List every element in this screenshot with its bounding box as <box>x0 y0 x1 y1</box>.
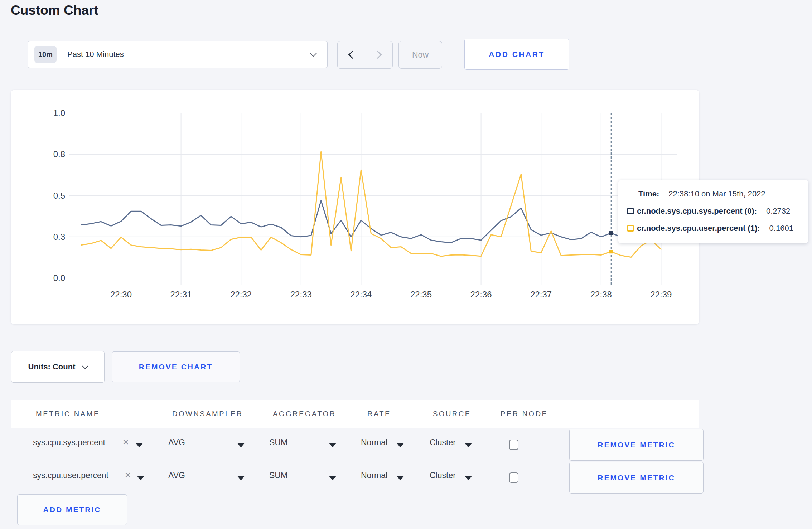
clear-metric-icon[interactable]: ✕ <box>122 438 129 447</box>
svg-text:0.3: 0.3 <box>53 232 65 242</box>
svg-text:22:33: 22:33 <box>290 290 312 299</box>
svg-text:22:39: 22:39 <box>650 290 672 299</box>
next-button[interactable] <box>365 41 392 68</box>
series-sys-swatch <box>627 208 634 214</box>
chevron-left-icon <box>348 51 357 59</box>
remove-chart-button[interactable]: REMOVE CHART <box>112 351 240 382</box>
rate-dropdown-icon[interactable] <box>396 476 404 480</box>
chevron-down-icon <box>82 363 88 369</box>
aggregator-value[interactable]: SUM <box>269 471 287 480</box>
time-nav-group <box>337 41 393 69</box>
tooltip-series-label: cr.node.sys.cpu.user.percent (1): <box>637 224 760 233</box>
units-dropdown[interactable]: Units: Count <box>11 351 105 383</box>
col-downsampler: DOWNSAMPLER <box>172 410 243 418</box>
downsampler-dropdown-icon[interactable] <box>237 443 245 447</box>
now-button[interactable]: Now <box>398 41 442 69</box>
svg-text:0.0: 0.0 <box>53 273 65 283</box>
chart-tooltip: Time: 22:38:10 on Mar 15th, 2022 cr.node… <box>618 180 808 243</box>
tooltip-series-label: cr.node.sys.cpu.sys.percent (0): <box>637 207 757 216</box>
chevron-down-icon <box>310 50 317 57</box>
aggregator-value[interactable]: SUM <box>269 438 287 447</box>
table-row: sys.cpu.sys.percent ✕ AVG SUM Normal Clu… <box>11 438 699 452</box>
col-aggregator: AGGREGATOR <box>273 410 336 418</box>
rate-dropdown-icon[interactable] <box>396 443 404 447</box>
time-range-badge: 10m <box>34 46 57 63</box>
chevron-right-icon <box>374 51 382 59</box>
col-per-node: PER NODE <box>501 410 548 418</box>
svg-text:22:30: 22:30 <box>110 290 132 299</box>
svg-text:22:38: 22:38 <box>590 290 612 299</box>
svg-text:22:37: 22:37 <box>530 290 552 299</box>
svg-text:0.5: 0.5 <box>53 191 65 200</box>
metric-dropdown-icon[interactable] <box>137 476 145 480</box>
page-title: Custom Chart <box>11 3 98 18</box>
svg-text:0.8: 0.8 <box>53 149 65 159</box>
downsampler-value[interactable]: AVG <box>168 471 185 480</box>
per-node-checkbox[interactable] <box>509 472 518 483</box>
add-metric-button[interactable]: ADD METRIC <box>17 494 127 525</box>
svg-text:22:34: 22:34 <box>350 290 372 299</box>
source-value[interactable]: Cluster <box>430 438 456 447</box>
svg-text:22:35: 22:35 <box>410 290 432 299</box>
metric-name[interactable]: sys.cpu.user.percent <box>33 471 108 480</box>
time-range-dropdown[interactable]: 10m Past 10 Minutes <box>28 41 328 68</box>
tooltip-time-value: 22:38:10 on Mar 15th, 2022 <box>668 189 765 199</box>
clear-metric-icon[interactable]: ✕ <box>125 471 131 480</box>
downsampler-dropdown-icon[interactable] <box>237 476 245 480</box>
add-chart-button[interactable]: ADD CHART <box>464 39 569 70</box>
toolbar-divider <box>11 40 11 68</box>
metrics-table-header: METRIC NAME DOWNSAMPLER AGGREGATOR RATE … <box>11 400 699 428</box>
svg-text:22:32: 22:32 <box>230 290 252 299</box>
rate-value[interactable]: Normal <box>361 471 387 480</box>
prev-button[interactable] <box>338 41 365 68</box>
col-metric-name: METRIC NAME <box>36 410 100 418</box>
col-source: SOURCE <box>433 410 471 418</box>
col-rate: RATE <box>367 410 391 418</box>
table-row: sys.cpu.user.percent ✕ AVG SUM Normal Cl… <box>11 471 699 485</box>
rate-value[interactable]: Normal <box>361 438 387 447</box>
source-dropdown-icon[interactable] <box>464 476 472 480</box>
series-user-swatch <box>627 225 634 232</box>
downsampler-value[interactable]: AVG <box>168 438 185 447</box>
svg-text:22:36: 22:36 <box>470 290 492 299</box>
svg-text:22:31: 22:31 <box>170 290 192 299</box>
tooltip-time-label: Time: <box>638 189 659 199</box>
time-range-label: Past 10 Minutes <box>67 50 124 59</box>
chart-card: 0.00.30.50.81.022:3022:3122:3222:3322:34… <box>11 90 699 324</box>
metric-name[interactable]: sys.cpu.sys.percent <box>33 438 105 447</box>
aggregator-dropdown-icon[interactable] <box>329 476 337 480</box>
source-dropdown-icon[interactable] <box>464 443 472 447</box>
per-node-checkbox[interactable] <box>509 440 518 450</box>
metric-dropdown-icon[interactable] <box>135 443 143 447</box>
tooltip-series-value: 0.1601 <box>769 224 793 233</box>
aggregator-dropdown-icon[interactable] <box>329 443 337 447</box>
remove-metric-button[interactable]: REMOVE METRIC <box>569 429 704 461</box>
remove-metric-button[interactable]: REMOVE METRIC <box>569 462 704 494</box>
svg-text:1.0: 1.0 <box>53 108 65 118</box>
source-value[interactable]: Cluster <box>430 471 456 480</box>
tooltip-series-value: 0.2732 <box>766 207 790 216</box>
custom-chart[interactable]: 0.00.30.50.81.022:3022:3122:3222:3322:34… <box>11 90 699 324</box>
